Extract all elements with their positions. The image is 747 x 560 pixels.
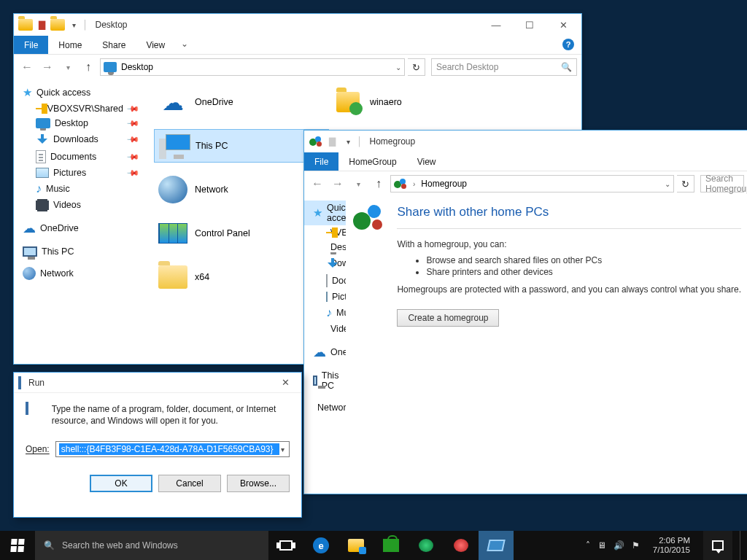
sidebar-item-vboxsvr[interactable]: \\VBOXSVR\Shared📌 — [14, 101, 145, 116]
item-controlpanel[interactable]: Control Panel — [154, 217, 329, 250]
sidebar-quick-access[interactable]: ★Quick access — [14, 84, 145, 101]
tab-file[interactable]: File — [14, 36, 48, 54]
open-value[interactable]: shell:::{B4FB3F98-C1EA-428d-A78A-D1F5659… — [59, 443, 279, 455]
tab-view[interactable]: View — [136, 36, 175, 54]
navigation-pane[interactable]: ★Quick access \\VBOXSVR\Shared📌 Desktop📌… — [14, 79, 145, 364]
sidebar-item-desktop[interactable]: Desktop📌 — [304, 240, 346, 254]
minimize-button[interactable]: — — [479, 14, 513, 36]
cancel-button[interactable]: Cancel — [158, 475, 221, 492]
address-box[interactable]: › Homegroup ⌄ — [390, 175, 674, 192]
sidebar-item-documents[interactable]: Documents📌 — [304, 272, 346, 289]
qat-dropdown-icon[interactable]: ▾ — [66, 18, 81, 32]
taskbar-app1[interactable] — [409, 531, 444, 560]
item-winaero[interactable]: winaero — [329, 85, 504, 119]
tray-network-icon[interactable]: 🖥 — [597, 540, 606, 551]
titlebar[interactable]: ▇ ▾ │ Homegroup — [304, 131, 747, 152]
refresh-button[interactable]: ↻ — [408, 58, 425, 76]
sidebar-quick-access[interactable]: ★Quick access — [304, 201, 346, 225]
tab-view[interactable]: View — [407, 152, 446, 171]
qat-dropdown-icon[interactable]: ▾ — [341, 134, 355, 149]
show-desktop-button[interactable] — [740, 531, 744, 560]
taskbar-edge[interactable]: e — [303, 531, 338, 560]
tray-clock[interactable]: 2:06 PM 7/10/2015 — [647, 536, 696, 555]
item-thispc[interactable]: This PC — [154, 129, 329, 163]
browse-button[interactable]: Browse... — [227, 475, 290, 492]
create-homegroup-button[interactable]: Create a homegroup — [397, 309, 499, 327]
system-tray[interactable]: ˄ 🖥 🔊 ⚑ 2:06 PM 7/10/2015 — [578, 531, 747, 560]
sidebar-item-downloads[interactable]: Downloads📌 — [304, 254, 346, 272]
window-title: Homegroup — [370, 136, 416, 147]
breadcrumb[interactable]: Desktop — [121, 62, 153, 72]
sidebar-item-music[interactable]: ♪Music — [304, 304, 346, 322]
taskbar-explorer[interactable] — [338, 531, 374, 560]
sidebar-onedrive[interactable]: ☁OneDrive — [14, 218, 145, 238]
nav-recent-button[interactable]: ▾ — [349, 175, 367, 192]
action-center-button[interactable] — [703, 531, 732, 560]
qat-newfolder-icon[interactable] — [50, 18, 65, 32]
taskbar-app2[interactable] — [444, 531, 479, 560]
item-onedrive[interactable]: ☁OneDrive — [154, 85, 329, 119]
sidebar-item-vboxsvr[interactable]: \\VBOXSVR\Shared📌 — [304, 225, 346, 240]
sidebar-network[interactable]: Network — [304, 399, 346, 416]
sidebar-item-videos[interactable]: Videos — [14, 198, 145, 212]
search-input[interactable]: Search Desktop 🔍 — [431, 58, 577, 76]
pin-icon: 📌 — [125, 101, 139, 115]
qat-properties-icon[interactable]: ▇ — [325, 134, 339, 149]
item-network[interactable]: Network — [154, 173, 329, 206]
tab-home[interactable]: Home — [48, 36, 92, 54]
tab-homegroup[interactable]: HomeGroup — [338, 152, 406, 171]
sidebar-onedrive[interactable]: ☁OneDrive — [304, 342, 346, 362]
tray-overflow-button[interactable]: ˄ — [586, 540, 590, 551]
divider — [397, 228, 741, 229]
maximize-button[interactable]: ☐ — [513, 14, 546, 36]
search-icon: 🔍 — [561, 62, 572, 72]
sidebar-item-documents[interactable]: Documents📌 — [14, 148, 145, 166]
run-dialog[interactable]: Run ✕ Type the name of a program, folder… — [13, 372, 302, 518]
close-button[interactable]: ✕ — [546, 14, 580, 36]
chevron-down-icon[interactable]: ▾ — [279, 446, 286, 454]
address-box[interactable]: Desktop ⌄ — [100, 58, 405, 76]
sidebar-item-desktop[interactable]: Desktop📌 — [14, 116, 145, 131]
task-view-button[interactable] — [268, 531, 303, 560]
search-input[interactable]: Search Homegroup — [700, 175, 744, 192]
sidebar-thispc[interactable]: This PC — [14, 244, 145, 259]
sidebar-item-videos[interactable]: Videos — [304, 322, 346, 336]
sidebar-item-pictures[interactable]: Pictures📌 — [14, 166, 145, 180]
open-combobox[interactable]: shell:::{B4FB3F98-C1EA-428d-A78A-D1F5659… — [55, 441, 290, 457]
tray-flag-icon[interactable]: ⚑ — [632, 540, 640, 551]
close-button[interactable]: ✕ — [271, 373, 300, 393]
help-button[interactable]: ? — [555, 36, 581, 54]
address-dropdown-icon[interactable]: ⌄ — [665, 180, 670, 188]
item-x64[interactable]: x64 — [154, 260, 329, 294]
expand-ribbon-button[interactable]: ⌄ — [175, 36, 194, 54]
nav-up-button[interactable]: ↑ — [80, 58, 97, 76]
address-dropdown-icon[interactable]: ⌄ — [395, 63, 401, 71]
start-button[interactable] — [0, 531, 35, 560]
qat-properties-icon[interactable]: ▇ — [34, 18, 49, 32]
sidebar-thispc[interactable]: This PC — [304, 368, 346, 393]
nav-back-button[interactable]: ← — [18, 58, 36, 76]
taskbar-store[interactable] — [374, 531, 409, 560]
titlebar[interactable]: ▇ ▾ │ Desktop — ☐ ✕ — [14, 14, 581, 36]
navigation-pane[interactable]: ★Quick access \\VBOXSVR\Shared📌 Desktop📌… — [304, 196, 346, 494]
breadcrumb[interactable]: Homegroup — [421, 179, 467, 189]
refresh-button[interactable]: ↻ — [677, 175, 694, 192]
taskbar[interactable]: 🔍 Search the web and Windows e ˄ 🖥 🔊 ⚑ 2… — [0, 531, 747, 560]
nav-back-button[interactable]: ← — [309, 175, 326, 192]
sidebar-network[interactable]: Network — [14, 265, 145, 282]
tab-file[interactable]: File — [304, 152, 338, 171]
tray-volume-icon[interactable]: 🔊 — [614, 540, 624, 551]
explorer-homegroup-window[interactable]: ▇ ▾ │ Homegroup File HomeGroup View ← → … — [303, 130, 747, 494]
sidebar-item-downloads[interactable]: Downloads📌 — [14, 131, 145, 148]
music-icon: ♪ — [326, 306, 332, 319]
taskbar-search-input[interactable]: 🔍 Search the web and Windows — [35, 531, 268, 560]
sidebar-item-pictures[interactable]: Pictures📌 — [304, 289, 346, 304]
sidebar-item-music[interactable]: ♪Music — [14, 180, 145, 198]
nav-up-button[interactable]: ↑ — [370, 175, 387, 192]
ok-button[interactable]: OK — [90, 475, 152, 492]
taskbar-running-explorer[interactable] — [479, 531, 514, 560]
nav-recent-button[interactable]: ▾ — [59, 58, 77, 76]
search-icon: 🔍 — [44, 540, 55, 551]
chevron-right-icon[interactable]: › — [413, 180, 415, 188]
tab-share[interactable]: Share — [92, 36, 136, 54]
